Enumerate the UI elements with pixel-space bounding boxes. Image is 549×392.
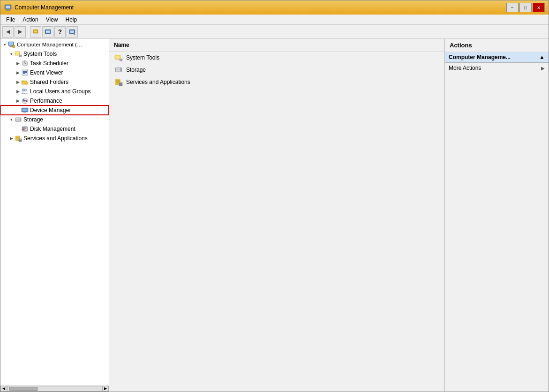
forward-button[interactable]: ▶: [15, 26, 26, 38]
tree-toggle-services-apps[interactable]: ▶: [8, 135, 15, 142]
tree-item-root[interactable]: ▾ ⚙ Computer Management (Local: [0, 40, 109, 49]
svg-point-34: [24, 100, 26, 102]
svg-rect-5: [34, 30, 37, 32]
show-button[interactable]: [42, 26, 53, 38]
actions-more-actions-label: More Actions: [449, 65, 481, 71]
svg-rect-26: [23, 73, 25, 74]
help-button[interactable]: ?: [54, 26, 66, 38]
computer-icon: ⚙: [8, 41, 15, 48]
actions-more-actions-arrow-icon: ▶: [541, 66, 545, 71]
disk-management-icon: [21, 125, 29, 133]
center-panel: Name System Tools: [109, 39, 444, 392]
tree-item-shared-folders[interactable]: ▶ Shared Folders: [0, 77, 109, 87]
main-content: ▾ ⚙ Computer Management (Local: [0, 39, 549, 392]
center-item-system-tools[interactable]: System Tools: [109, 52, 444, 64]
svg-rect-3: [6, 10, 10, 11]
actions-scroll-up-icon[interactable]: ▲: [539, 54, 545, 60]
back-button[interactable]: ◀: [2, 26, 14, 38]
svg-rect-55: [120, 59, 122, 61]
svg-rect-18: [15, 52, 19, 55]
tree-label-disk-management: Disk Management: [30, 126, 75, 132]
toolbar: ◀ ▶ ?: [0, 25, 549, 39]
title-bar: Computer Management − □ ✕: [0, 0, 549, 15]
svg-rect-37: [23, 112, 26, 113]
svg-rect-46: [23, 129, 24, 130]
tree-content: ▾ ⚙ Computer Management (Local: [0, 39, 109, 385]
device-manager-icon: [21, 106, 29, 114]
tree-item-system-tools[interactable]: ▾ System Tools: [0, 49, 109, 59]
tree-label-shared-folders: Shared Folders: [30, 79, 68, 85]
horizontal-scrollbar[interactable]: [7, 386, 102, 392]
app-icon: [4, 4, 12, 11]
tree-item-local-users[interactable]: ▶ Local Users and Groups: [0, 87, 109, 96]
center-services-icon: [114, 77, 123, 87]
svg-rect-44: [23, 128, 25, 128]
svg-rect-10: [74, 33, 75, 35]
scroll-right-button[interactable]: ▶: [102, 386, 109, 392]
maximize-button[interactable]: □: [519, 3, 532, 12]
menu-view[interactable]: View: [42, 15, 62, 24]
tree-item-storage[interactable]: ▾ Storage: [0, 115, 109, 124]
tree-toggle-shared-folders[interactable]: ▶: [15, 79, 21, 85]
tree-item-device-manager[interactable]: ▶ Device Manager: [0, 106, 109, 115]
center-storage-icon: [114, 65, 123, 75]
system-tools-icon: [15, 50, 22, 58]
tree-label-storage: Storage: [23, 116, 43, 123]
svg-rect-49: [16, 137, 19, 137]
svg-rect-24: [23, 71, 27, 72]
svg-rect-9: [70, 30, 74, 33]
title-bar-controls: − □ ✕: [506, 3, 545, 12]
tree-item-task-scheduler[interactable]: ▶ Task Scheduler: [0, 59, 109, 68]
close-button[interactable]: ✕: [533, 3, 545, 12]
computer-management-window: Computer Management − □ ✕ File Action Vi…: [0, 0, 549, 392]
svg-point-41: [20, 118, 21, 119]
menu-bar: File Action View Help: [0, 15, 549, 25]
svg-rect-1: [6, 6, 10, 8]
svg-text:!: !: [27, 69, 28, 72]
svg-rect-13: [10, 46, 12, 46]
svg-rect-47: [25, 129, 27, 130]
tree-toggle-system-tools[interactable]: ▾: [8, 51, 15, 57]
svg-rect-29: [22, 81, 23, 82]
tree-toggle-performance[interactable]: ▶: [15, 98, 21, 104]
tree-panel: ▾ ⚙ Computer Management (Local: [0, 39, 109, 392]
scroll-left-button[interactable]: ◀: [0, 386, 7, 392]
menu-action[interactable]: Action: [19, 15, 42, 24]
properties-button[interactable]: [67, 26, 78, 38]
tree-label-local-users: Local Users and Groups: [30, 88, 90, 95]
scrollbar-thumb[interactable]: [9, 387, 38, 391]
svg-rect-50: [16, 138, 19, 138]
tree-toggle-local-users[interactable]: ▶: [15, 88, 21, 95]
svg-point-31: [22, 89, 25, 91]
tree-item-performance[interactable]: ▶ Performance: [0, 96, 109, 106]
center-column-header: Name: [109, 39, 444, 52]
menu-help[interactable]: Help: [62, 15, 81, 24]
tree-scrollbar-area: ◀ ▶: [0, 385, 109, 392]
tree-item-disk-management[interactable]: ▶ Disk Management: [0, 124, 109, 134]
svg-rect-12: [9, 42, 13, 45]
svg-rect-36: [23, 109, 27, 111]
up-button[interactable]: [30, 26, 41, 38]
title-bar-left: Computer Management: [4, 4, 74, 11]
tree-label-services-apps: Services and Applications: [23, 135, 88, 142]
actions-item-more-actions[interactable]: More Actions ▶: [445, 63, 549, 73]
tree-label-root: Computer Management (Local: [17, 42, 83, 47]
tree-toggle-task-scheduler[interactable]: ▶: [15, 60, 21, 67]
minimize-button[interactable]: −: [506, 3, 519, 12]
performance-icon: [21, 97, 29, 105]
tree-item-event-viewer[interactable]: ▶ ! Event Viewer: [0, 68, 109, 77]
svg-point-59: [120, 68, 121, 69]
svg-rect-63: [116, 82, 120, 82]
actions-header: Actions: [445, 39, 549, 52]
menu-file[interactable]: File: [2, 15, 19, 24]
tree-label-event-viewer: Event Viewer: [30, 69, 63, 76]
tree-item-services-apps[interactable]: ▶ Services and Applications: [0, 134, 109, 143]
tree-toggle-event-viewer[interactable]: ▶: [15, 69, 21, 76]
svg-point-42: [20, 120, 21, 121]
center-item-storage[interactable]: Storage: [109, 64, 444, 76]
tree-toggle-storage[interactable]: ▾: [8, 116, 15, 123]
svg-rect-65: [119, 83, 122, 86]
tree-toggle-root[interactable]: ▾: [1, 41, 8, 48]
center-item-services-and-applications[interactable]: Services and Applications: [109, 76, 444, 88]
center-label-services-and-applications: Services and Applications: [126, 79, 190, 85]
